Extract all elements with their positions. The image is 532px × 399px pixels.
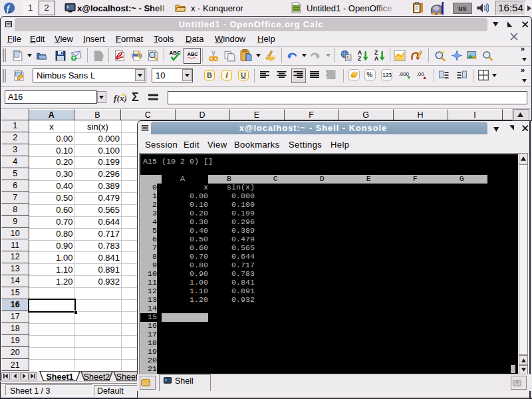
svg-text:Z: Z [358,55,361,61]
svg-text:.000: .000 [399,71,410,77]
svg-text:f(x): f(x) [114,93,126,103]
svg-text:A: A [374,55,378,61]
svg-text:.00: .00 [417,71,425,77]
svg-text:ABC: ABC [188,51,198,57]
svg-text:%: % [366,71,372,78]
svg-text:123: 123 [382,72,392,78]
svg-text:ABC: ABC [170,50,181,56]
